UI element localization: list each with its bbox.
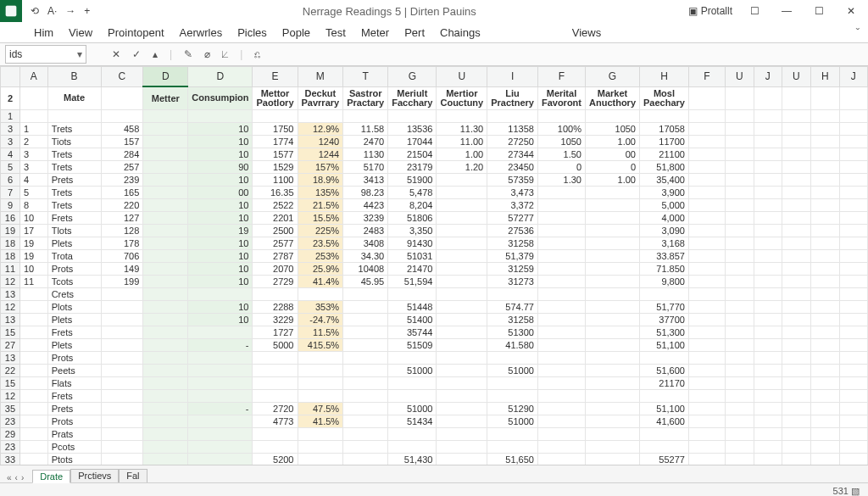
sheet-tab[interactable]: Fal [119, 469, 147, 482]
row-header[interactable]: 13 [1, 352, 20, 365]
cell[interactable] [810, 148, 839, 161]
cell[interactable]: 51,100 [640, 403, 689, 415]
cell[interactable]: 19 [19, 237, 47, 250]
cell[interactable] [810, 352, 839, 365]
share-button[interactable]: ▣ Protallt [688, 5, 732, 17]
tab-nav-first-icon[interactable]: « [7, 473, 12, 482]
cell[interactable] [810, 403, 839, 415]
cell[interactable]: 45.95 [343, 276, 388, 288]
cell[interactable]: 19 [188, 225, 253, 237]
cell[interactable]: 27250 [487, 136, 538, 148]
cell[interactable] [437, 377, 487, 390]
cell[interactable]: 0 [586, 161, 640, 174]
cell[interactable]: 10 [188, 250, 253, 263]
cell[interactable] [725, 301, 754, 314]
cell[interactable]: Prots [47, 263, 101, 276]
column-header[interactable]: U [725, 67, 754, 87]
cell[interactable]: 51806 [388, 212, 437, 225]
cell[interactable] [343, 441, 388, 454]
cell[interactable]: 71.850 [640, 263, 689, 276]
row-header[interactable]: 33 [1, 454, 20, 465]
cell[interactable] [437, 365, 487, 377]
cell[interactable] [343, 403, 388, 415]
cell[interactable]: Deckut Pavrrary [298, 86, 343, 110]
cell[interactable] [143, 441, 188, 454]
cell[interactable]: 25.9% [298, 263, 343, 276]
row-header[interactable]: 18 [1, 250, 20, 263]
cell[interactable] [586, 403, 640, 415]
cell[interactable] [101, 377, 143, 390]
cell[interactable] [754, 161, 782, 174]
cell[interactable]: 35744 [388, 326, 437, 339]
cell[interactable] [343, 390, 388, 403]
cell[interactable] [754, 136, 782, 148]
sheet-tab[interactable]: Drate [32, 470, 70, 483]
cell[interactable] [586, 237, 640, 250]
cell[interactable]: Crets [47, 288, 101, 301]
cell[interactable] [437, 428, 487, 441]
cell[interactable] [101, 454, 143, 465]
cell[interactable]: 16.35 [253, 187, 298, 199]
cell[interactable]: 5000 [253, 339, 298, 352]
cell[interactable] [754, 250, 782, 263]
cell[interactable] [437, 174, 487, 187]
column-header[interactable]: D [188, 67, 253, 87]
cell[interactable]: 33.857 [640, 250, 689, 263]
cell[interactable] [586, 263, 640, 276]
cell[interactable] [343, 339, 388, 352]
cell[interactable] [537, 403, 585, 415]
cell[interactable] [188, 428, 253, 441]
cell[interactable] [253, 110, 298, 123]
cell[interactable] [688, 225, 725, 237]
cell[interactable]: 415.5% [298, 339, 343, 352]
cell[interactable] [537, 187, 585, 199]
cell[interactable]: Prets [47, 403, 101, 415]
cell[interactable]: 37700 [640, 314, 689, 326]
cell[interactable] [143, 301, 188, 314]
cell[interactable] [725, 148, 754, 161]
cell[interactable]: 10 [188, 123, 253, 136]
cell[interactable] [782, 174, 810, 187]
cell[interactable] [725, 288, 754, 301]
cell[interactable]: Frets [47, 212, 101, 225]
cell[interactable]: 1774 [253, 136, 298, 148]
cell[interactable] [188, 454, 253, 465]
cell[interactable] [537, 441, 585, 454]
cell[interactable] [537, 225, 585, 237]
cell[interactable] [188, 110, 253, 123]
cell[interactable]: 2 [19, 136, 47, 148]
cell[interactable] [101, 301, 143, 314]
cell[interactable]: 27344 [487, 148, 538, 161]
cell[interactable]: 1100 [253, 174, 298, 187]
cell[interactable]: Prats [47, 428, 101, 441]
cell[interactable] [437, 199, 487, 212]
cell[interactable] [143, 123, 188, 136]
fx-tool-icon[interactable]: ✎ [184, 48, 192, 60]
cell[interactable] [754, 415, 782, 428]
cell[interactable] [586, 428, 640, 441]
row-header[interactable]: 11 [1, 263, 20, 276]
cell[interactable]: 10 [188, 136, 253, 148]
cell[interactable] [101, 326, 143, 339]
cell[interactable]: Trets [47, 187, 101, 199]
cell[interactable]: 284 [101, 148, 143, 161]
cell[interactable] [839, 390, 867, 403]
cell[interactable] [810, 377, 839, 390]
cell[interactable] [388, 288, 437, 301]
cell[interactable]: 3,090 [640, 225, 689, 237]
cell[interactable] [839, 110, 867, 123]
cell[interactable]: 128 [101, 225, 143, 237]
cell[interactable]: 0 [537, 161, 585, 174]
cell[interactable] [688, 110, 725, 123]
row-header[interactable]: 2 [1, 86, 20, 110]
cell[interactable] [839, 428, 867, 441]
cell[interactable] [101, 415, 143, 428]
cell[interactable] [101, 86, 143, 110]
cell[interactable] [487, 428, 538, 441]
cell[interactable] [810, 110, 839, 123]
row-header[interactable]: 15 [1, 326, 20, 339]
cell[interactable]: 51000 [487, 415, 538, 428]
cell[interactable] [810, 326, 839, 339]
cell[interactable] [839, 365, 867, 377]
cell[interactable] [298, 110, 343, 123]
